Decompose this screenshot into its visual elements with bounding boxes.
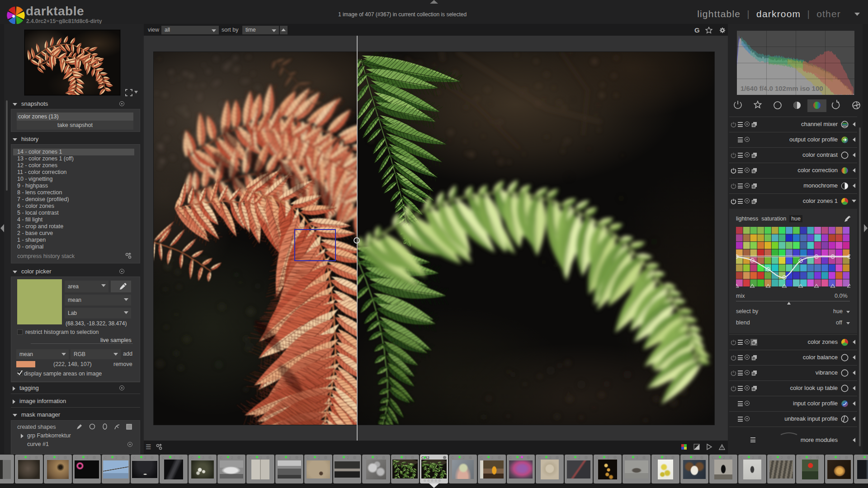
svg-text:1/640 f/4.0 102mm iso 100: 1/640 f/4.0 102mm iso 100 <box>741 84 823 92</box>
